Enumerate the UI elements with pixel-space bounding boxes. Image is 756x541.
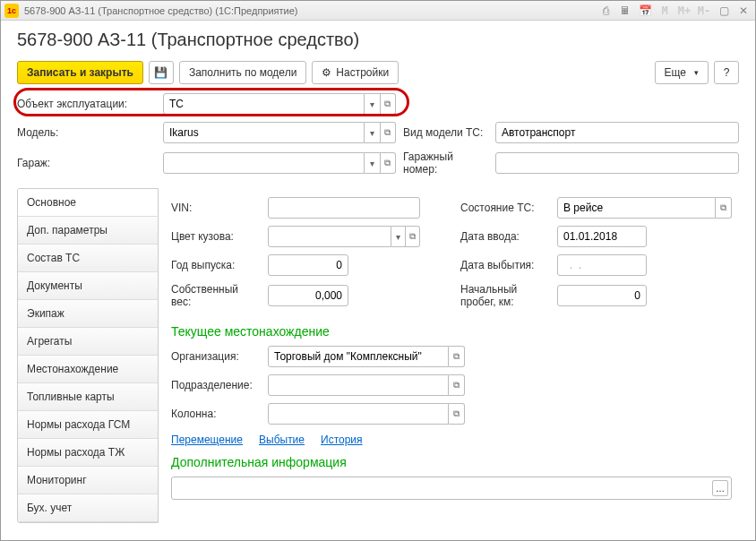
toolbar: Записать и закрыть 💾 Заполнить по модели… xyxy=(17,61,739,84)
column-input[interactable] xyxy=(268,403,449,425)
help-button[interactable]: ? xyxy=(714,61,739,84)
dropdown-icon[interactable]: ▾ xyxy=(391,226,406,247)
tabs-container: Основное Доп. параметры Состав ТС Докуме… xyxy=(17,188,739,523)
open-icon[interactable]: ⧉ xyxy=(449,374,465,396)
ts-type-label: Вид модели ТС: xyxy=(403,126,488,139)
location-section-title: Текущее местонахождение xyxy=(171,324,732,339)
links-row: Перемещение Выбытие История xyxy=(171,434,732,446)
object-input[interactable] xyxy=(163,93,365,115)
tab-main[interactable]: Основное xyxy=(18,189,158,217)
open-icon[interactable]: ⧉ xyxy=(381,152,396,174)
date-out-input[interactable] xyxy=(557,254,647,276)
link-history[interactable]: История xyxy=(321,434,363,446)
state-label: Состояние ТС: xyxy=(460,202,550,214)
titlebar-text: 5678-900 АЗ-11 (Транспортное средство) (… xyxy=(24,5,597,16)
settings-button[interactable]: ⚙Настройки xyxy=(312,61,399,84)
dropdown-icon[interactable]: ▾ xyxy=(365,152,380,174)
model-row: Модель: ▾ ⧉ Вид модели ТС: xyxy=(17,122,739,143)
tab-extra-params[interactable]: Доп. параметры xyxy=(18,217,158,245)
open-icon[interactable]: ⧉ xyxy=(381,93,396,115)
tab-accounting[interactable]: Бух. учет xyxy=(18,494,158,522)
tab-composition[interactable]: Состав ТС xyxy=(18,245,158,272)
tab-aggregates[interactable]: Агрегаты xyxy=(18,328,158,356)
extra-section-title: Дополнительная информация xyxy=(171,455,732,469)
titlebar-controls: ⎙ 🖩 📅 M M+ M- ▢ ✕ xyxy=(597,3,752,19)
mileage-label: Начальный пробег, км: xyxy=(460,283,550,308)
chevron-down-icon: ▾ xyxy=(694,68,699,77)
state-input[interactable] xyxy=(557,197,716,219)
maximize-icon[interactable]: ▢ xyxy=(716,3,732,19)
tab-monitoring[interactable]: Мониторинг xyxy=(18,467,158,494)
save-close-button[interactable]: Записать и закрыть xyxy=(17,61,143,84)
org-label: Организация: xyxy=(171,350,261,363)
m-minus-icon[interactable]: M- xyxy=(696,3,712,19)
content: 5678-900 АЗ-11 (Транспортное средство) З… xyxy=(1,21,755,532)
date-in-input[interactable] xyxy=(557,226,647,247)
object-row: Объект эксплуатации: ▾ ⧉ xyxy=(17,93,739,115)
vin-label: VIN: xyxy=(171,202,261,214)
open-icon[interactable]: ⧉ xyxy=(406,226,420,247)
m-plus-icon[interactable]: M+ xyxy=(676,3,692,19)
print-icon[interactable]: ⎙ xyxy=(597,3,614,19)
close-icon[interactable]: ✕ xyxy=(735,3,752,19)
extra-input[interactable] xyxy=(171,477,732,500)
dropdown-icon[interactable]: ▾ xyxy=(365,93,380,115)
year-label: Год выпуска: xyxy=(171,259,261,271)
link-out[interactable]: Выбытие xyxy=(259,434,305,446)
tab-fuel-cards[interactable]: Топливные карты xyxy=(18,383,158,411)
ellipsis-icon[interactable]: … xyxy=(712,480,728,496)
save-button[interactable]: 💾 xyxy=(149,61,174,84)
tab-content: VIN: Цвет кузова: ▾ ⧉ Год выпуска: xyxy=(159,188,739,523)
tab-location[interactable]: Местонахождение xyxy=(18,356,158,383)
more-button[interactable]: Еще▾ xyxy=(655,61,709,84)
tab-documents[interactable]: Документы xyxy=(18,272,158,300)
titlebar: 1c 5678-900 АЗ-11 (Транспортное средство… xyxy=(1,1,755,21)
tab-fluid-norms[interactable]: Нормы расхода ТЖ xyxy=(18,439,158,467)
gear-icon: ⚙ xyxy=(322,66,331,79)
weight-label: Собственный вес: xyxy=(171,283,261,308)
dept-input[interactable] xyxy=(268,374,449,396)
date-in-label: Дата ввода: xyxy=(460,230,550,243)
page-title: 5678-900 АЗ-11 (Транспортное средство) xyxy=(17,30,739,50)
year-input[interactable] xyxy=(268,254,348,276)
fill-by-model-button[interactable]: Заполнить по модели xyxy=(179,61,306,84)
dept-label: Подразделение: xyxy=(171,379,261,391)
tab-fuel-norms[interactable]: Нормы расхода ГСМ xyxy=(18,411,158,439)
settings-label: Настройки xyxy=(336,66,389,79)
m-icon[interactable]: M xyxy=(657,3,673,19)
open-icon[interactable]: ⧉ xyxy=(449,403,465,425)
color-label: Цвет кузова: xyxy=(171,230,261,243)
garage-num-input[interactable] xyxy=(495,152,739,174)
tab-list: Основное Доп. параметры Состав ТС Докуме… xyxy=(17,188,159,523)
more-label: Еще xyxy=(665,66,686,79)
mileage-input[interactable] xyxy=(557,285,647,306)
calendar-icon[interactable]: 📅 xyxy=(637,3,653,19)
weight-input[interactable] xyxy=(268,285,348,306)
garage-row: Гараж: ▾ ⧉ Гаражный номер: xyxy=(17,150,739,176)
color-input[interactable] xyxy=(268,226,391,247)
column-label: Колонна: xyxy=(171,408,261,420)
date-out-label: Дата выбытия: xyxy=(460,259,550,271)
dropdown-icon[interactable]: ▾ xyxy=(365,122,380,143)
org-input[interactable] xyxy=(268,346,449,367)
tab-crew[interactable]: Экипаж xyxy=(18,300,158,328)
open-icon[interactable]: ⧉ xyxy=(449,346,465,367)
garage-num-label: Гаражный номер: xyxy=(403,150,488,176)
ts-type-input[interactable] xyxy=(495,122,739,143)
save-icon: 💾 xyxy=(154,66,168,79)
garage-input[interactable] xyxy=(163,152,365,174)
vin-input[interactable] xyxy=(268,197,420,219)
app-icon: 1c xyxy=(4,4,19,18)
open-icon[interactable]: ⧉ xyxy=(381,122,396,143)
calc-icon[interactable]: 🖩 xyxy=(617,3,633,19)
link-move[interactable]: Перемещение xyxy=(171,434,243,446)
garage-label: Гараж: xyxy=(17,157,156,169)
model-label: Модель: xyxy=(17,126,156,139)
object-label: Объект эксплуатации: xyxy=(17,98,156,110)
open-icon[interactable]: ⧉ xyxy=(716,197,732,219)
model-input[interactable] xyxy=(163,122,365,143)
